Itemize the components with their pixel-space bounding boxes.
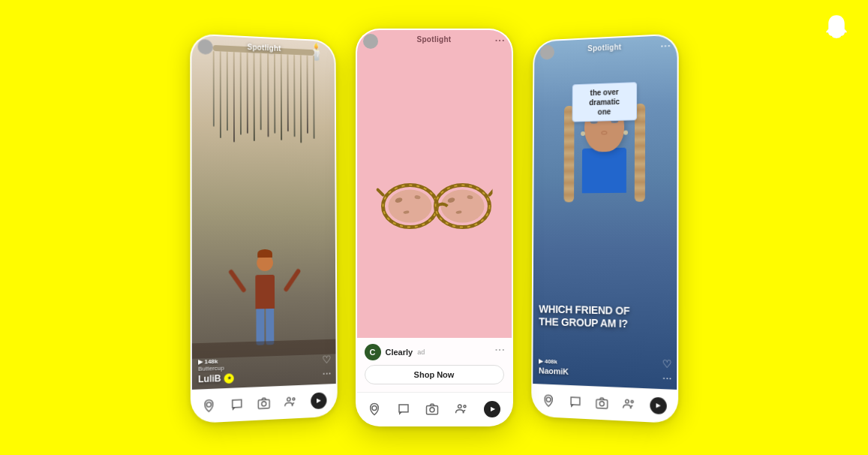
right-heart[interactable]: ♡ [662, 357, 671, 370]
left-heart[interactable]: ♡ [322, 354, 332, 366]
svg-rect-1 [258, 399, 269, 408]
nav-friends-icon-right[interactable] [622, 397, 635, 411]
svg-point-4 [293, 397, 295, 399]
svg-rect-23 [596, 399, 607, 408]
nav-camera-icon-right[interactable] [595, 396, 608, 410]
nav-friends-icon-center[interactable] [455, 402, 468, 416]
right-username: NaomiK [538, 366, 568, 375]
svg-point-17 [372, 405, 377, 410]
nav-map-icon-right[interactable] [542, 393, 554, 408]
advertiser-name: Clearly [386, 348, 413, 357]
ad-label: ad [417, 348, 425, 356]
svg-point-3 [287, 397, 290, 401]
phone-center: Spotlight ··· [356, 29, 513, 426]
nav-camera-icon-center[interactable] [425, 402, 439, 416]
person-figure [242, 255, 287, 346]
center-spotlight-label: Spotlight [416, 35, 451, 44]
center-screen: Spotlight ··· [357, 30, 512, 392]
ghost-icon [823, 14, 850, 41]
nav-chat-icon-right[interactable] [568, 394, 581, 408]
left-username: LuliB [198, 373, 221, 384]
verified-badge: ★ [224, 373, 233, 384]
nav-play-icon-right[interactable]: ▶ [650, 396, 666, 414]
nav-map-icon-left[interactable] [202, 398, 215, 412]
left-bottom-nav: ▶ [191, 384, 335, 422]
nav-play-icon-left[interactable]: ▶ [311, 392, 326, 409]
svg-point-19 [430, 407, 434, 411]
svg-point-21 [464, 405, 466, 407]
glasses-image [376, 169, 492, 240]
left-screen: 🕯️ [191, 35, 335, 389]
left-overlay: ▶ 148k Buttercup LuliB ★ [198, 354, 330, 385]
right-avatar [539, 44, 554, 59]
right-bottom-nav: ▶ [533, 384, 677, 422]
center-header: Spotlight ··· [357, 30, 512, 49]
right-overlay-bottom: ▶ 408k NaomiK [538, 358, 568, 376]
svg-point-25 [626, 399, 629, 403]
center-ad-more-dots[interactable]: ··· [495, 344, 506, 355]
nav-play-icon-center[interactable]: ▶ [484, 401, 500, 417]
phone-right: the over dramatic one Spotlight ··· WHIC… [531, 33, 679, 423]
right-spotlight-label: Spotlight [587, 43, 621, 53]
nav-map-icon-center[interactable] [368, 402, 381, 416]
center-more-dots[interactable]: ··· [495, 35, 506, 46]
svg-point-2 [261, 401, 266, 405]
advertiser-logo: C [365, 344, 381, 360]
svg-point-24 [599, 401, 604, 405]
right-screen: the over dramatic one Spotlight ··· WHIC… [533, 35, 677, 389]
svg-point-0 [206, 402, 211, 406]
macrame-fringe [212, 51, 314, 144]
advertiser-row: C Clearly ad [365, 344, 504, 360]
right-view-count: ▶ 408k [538, 358, 568, 366]
phones-container: 🕯️ [0, 0, 868, 455]
left-avatar [197, 39, 212, 55]
nav-chat-icon-center[interactable] [397, 402, 410, 416]
right-more-dots-top[interactable]: ··· [660, 40, 671, 52]
phone-left: 🕯️ [190, 33, 338, 423]
right-big-text: WHICH FRIEND OF THE GROUP AM I? [539, 303, 655, 331]
center-avatar [363, 34, 378, 49]
nav-camera-icon-left[interactable] [257, 396, 270, 410]
snapchat-logo [823, 14, 850, 44]
left-spotlight-label: Spotlight [247, 43, 281, 53]
svg-point-26 [631, 400, 633, 402]
sticky-line-3: one [578, 106, 630, 117]
center-bottom-nav: ▶ [357, 392, 512, 425]
svg-point-22 [546, 397, 551, 402]
sticky-note: the over dramatic one [572, 82, 637, 122]
nav-friends-icon-left[interactable] [284, 395, 297, 409]
shop-now-button[interactable]: Shop Now [365, 365, 504, 384]
glasses-svg [376, 169, 492, 237]
nav-chat-icon-left[interactable] [230, 397, 243, 411]
right-more-dots-bottom[interactable]: ··· [662, 374, 671, 384]
left-more-dots[interactable]: ··· [323, 369, 332, 378]
svg-point-6 [388, 190, 431, 223]
center-ad-bottom: C Clearly ad Shop Now ··· [357, 338, 512, 392]
svg-point-20 [458, 405, 462, 408]
